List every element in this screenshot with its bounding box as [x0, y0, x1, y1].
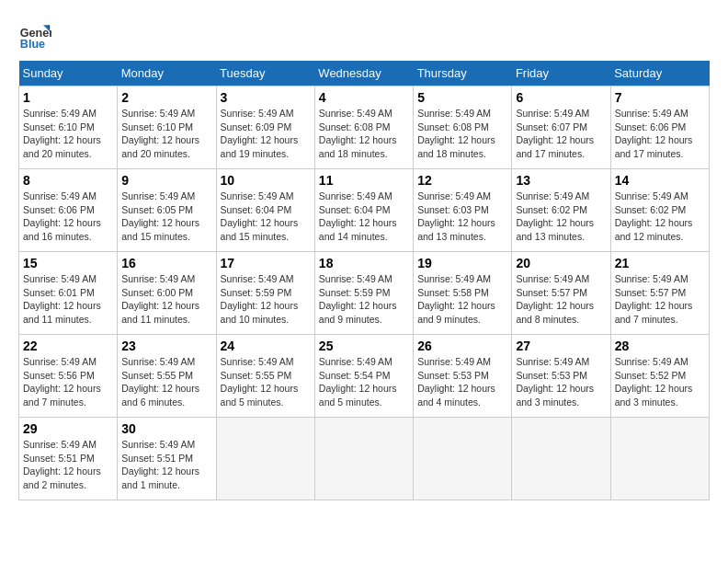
calendar-cell: 24Sunrise: 5:49 AM Sunset: 5:55 PM Dayli… — [216, 335, 314, 418]
calendar-cell: 29Sunrise: 5:49 AM Sunset: 5:51 PM Dayli… — [19, 418, 118, 500]
day-info: Sunrise: 5:49 AM Sunset: 5:59 PM Dayligh… — [319, 272, 409, 327]
day-number: 28 — [615, 339, 705, 353]
calendar-table: SundayMondayTuesdayWednesdayThursdayFrid… — [18, 61, 710, 500]
col-header-sunday: Sunday — [19, 61, 118, 86]
calendar-cell: 18Sunrise: 5:49 AM Sunset: 5:59 PM Dayli… — [314, 252, 413, 335]
day-number: 24 — [221, 339, 311, 353]
day-info: Sunrise: 5:49 AM Sunset: 6:02 PM Dayligh… — [615, 190, 705, 244]
day-number: 21 — [615, 256, 705, 270]
day-number: 7 — [615, 90, 705, 105]
calendar-cell — [414, 418, 512, 500]
calendar-cell — [610, 418, 709, 500]
calendar-week-3: 15Sunrise: 5:49 AM Sunset: 6:01 PM Dayli… — [19, 252, 710, 335]
calendar-cell: 27Sunrise: 5:49 AM Sunset: 5:53 PM Dayli… — [512, 335, 610, 418]
calendar-cell: 16Sunrise: 5:49 AM Sunset: 6:00 PM Dayli… — [118, 252, 216, 335]
day-number: 16 — [121, 256, 211, 270]
calendar-cell: 25Sunrise: 5:49 AM Sunset: 5:54 PM Dayli… — [314, 335, 413, 418]
calendar-cell: 11Sunrise: 5:49 AM Sunset: 6:04 PM Dayli… — [314, 169, 413, 252]
col-header-friday: Friday — [512, 61, 610, 86]
day-info: Sunrise: 5:49 AM Sunset: 6:04 PM Dayligh… — [319, 190, 409, 244]
day-number: 22 — [23, 339, 113, 353]
day-number: 13 — [516, 173, 606, 188]
calendar-cell: 12Sunrise: 5:49 AM Sunset: 6:03 PM Dayli… — [414, 169, 512, 252]
calendar-cell — [216, 418, 314, 500]
day-number: 8 — [23, 173, 113, 188]
day-number: 30 — [121, 421, 211, 436]
col-header-monday: Monday — [118, 61, 216, 86]
calendar-week-5: 29Sunrise: 5:49 AM Sunset: 5:51 PM Dayli… — [19, 418, 710, 500]
day-number: 25 — [319, 339, 409, 353]
day-info: Sunrise: 5:49 AM Sunset: 6:08 PM Dayligh… — [417, 107, 507, 161]
calendar-cell: 23Sunrise: 5:49 AM Sunset: 5:55 PM Dayli… — [118, 335, 216, 418]
day-number: 20 — [516, 256, 606, 270]
day-number: 10 — [221, 173, 311, 188]
day-number: 2 — [121, 90, 211, 105]
calendar-cell: 19Sunrise: 5:49 AM Sunset: 5:58 PM Dayli… — [414, 252, 512, 335]
calendar-cell: 8Sunrise: 5:49 AM Sunset: 6:06 PM Daylig… — [19, 169, 118, 252]
calendar-cell: 21Sunrise: 5:49 AM Sunset: 5:57 PM Dayli… — [610, 252, 709, 335]
day-info: Sunrise: 5:49 AM Sunset: 6:08 PM Dayligh… — [319, 107, 409, 161]
day-number: 12 — [417, 173, 507, 188]
day-number: 1 — [23, 90, 113, 105]
logo-icon: General Blue — [18, 18, 51, 52]
calendar-cell: 6Sunrise: 5:49 AM Sunset: 6:07 PM Daylig… — [512, 86, 610, 169]
day-info: Sunrise: 5:49 AM Sunset: 6:07 PM Dayligh… — [516, 107, 606, 161]
calendar-cell: 3Sunrise: 5:49 AM Sunset: 6:09 PM Daylig… — [216, 86, 314, 169]
day-info: Sunrise: 5:49 AM Sunset: 6:06 PM Dayligh… — [615, 107, 705, 161]
day-number: 26 — [417, 339, 507, 353]
calendar-cell: 5Sunrise: 5:49 AM Sunset: 6:08 PM Daylig… — [414, 86, 512, 169]
day-number: 17 — [221, 256, 311, 270]
col-header-tuesday: Tuesday — [216, 61, 314, 86]
calendar-cell: 13Sunrise: 5:49 AM Sunset: 6:02 PM Dayli… — [512, 169, 610, 252]
col-header-wednesday: Wednesday — [314, 61, 413, 86]
day-info: Sunrise: 5:49 AM Sunset: 6:10 PM Dayligh… — [23, 107, 113, 161]
calendar-cell — [314, 418, 413, 500]
calendar-cell: 7Sunrise: 5:49 AM Sunset: 6:06 PM Daylig… — [610, 86, 709, 169]
svg-text:Blue: Blue — [20, 38, 45, 51]
day-info: Sunrise: 5:49 AM Sunset: 6:00 PM Dayligh… — [121, 272, 211, 327]
day-info: Sunrise: 5:49 AM Sunset: 5:58 PM Dayligh… — [417, 272, 507, 327]
day-number: 3 — [221, 90, 311, 105]
calendar-cell: 14Sunrise: 5:49 AM Sunset: 6:02 PM Dayli… — [610, 169, 709, 252]
calendar-cell: 1Sunrise: 5:49 AM Sunset: 6:10 PM Daylig… — [19, 86, 118, 169]
day-number: 14 — [615, 173, 705, 188]
calendar-cell: 22Sunrise: 5:49 AM Sunset: 5:56 PM Dayli… — [19, 335, 118, 418]
col-header-thursday: Thursday — [414, 61, 512, 86]
day-info: Sunrise: 5:49 AM Sunset: 5:54 PM Dayligh… — [319, 355, 409, 409]
calendar-cell: 2Sunrise: 5:49 AM Sunset: 6:10 PM Daylig… — [118, 86, 216, 169]
day-info: Sunrise: 5:49 AM Sunset: 5:56 PM Dayligh… — [23, 355, 113, 409]
day-info: Sunrise: 5:49 AM Sunset: 6:03 PM Dayligh… — [417, 190, 507, 244]
day-info: Sunrise: 5:49 AM Sunset: 5:51 PM Dayligh… — [121, 438, 211, 492]
logo: General Blue — [18, 18, 55, 52]
day-number: 18 — [319, 256, 409, 270]
calendar-week-1: 1Sunrise: 5:49 AM Sunset: 6:10 PM Daylig… — [19, 86, 710, 169]
day-number: 5 — [417, 90, 507, 105]
day-info: Sunrise: 5:49 AM Sunset: 5:53 PM Dayligh… — [417, 355, 507, 409]
day-info: Sunrise: 5:49 AM Sunset: 5:55 PM Dayligh… — [221, 355, 311, 409]
calendar-cell: 17Sunrise: 5:49 AM Sunset: 5:59 PM Dayli… — [216, 252, 314, 335]
calendar-cell: 20Sunrise: 5:49 AM Sunset: 5:57 PM Dayli… — [512, 252, 610, 335]
day-number: 4 — [319, 90, 409, 105]
col-header-saturday: Saturday — [610, 61, 709, 86]
day-number: 27 — [516, 339, 606, 353]
calendar-cell: 28Sunrise: 5:49 AM Sunset: 5:52 PM Dayli… — [610, 335, 709, 418]
calendar-cell: 26Sunrise: 5:49 AM Sunset: 5:53 PM Dayli… — [414, 335, 512, 418]
day-info: Sunrise: 5:49 AM Sunset: 6:04 PM Dayligh… — [221, 190, 311, 244]
calendar-cell: 4Sunrise: 5:49 AM Sunset: 6:08 PM Daylig… — [314, 86, 413, 169]
page-header: General Blue — [18, 18, 710, 52]
day-info: Sunrise: 5:49 AM Sunset: 6:01 PM Dayligh… — [23, 272, 113, 327]
day-info: Sunrise: 5:49 AM Sunset: 5:57 PM Dayligh… — [516, 272, 606, 327]
calendar-cell: 15Sunrise: 5:49 AM Sunset: 6:01 PM Dayli… — [19, 252, 118, 335]
day-number: 15 — [23, 256, 113, 270]
day-number: 23 — [121, 339, 211, 353]
day-info: Sunrise: 5:49 AM Sunset: 6:06 PM Dayligh… — [23, 190, 113, 244]
calendar-cell: 10Sunrise: 5:49 AM Sunset: 6:04 PM Dayli… — [216, 169, 314, 252]
day-info: Sunrise: 5:49 AM Sunset: 6:09 PM Dayligh… — [221, 107, 311, 161]
day-number: 9 — [121, 173, 211, 188]
day-info: Sunrise: 5:49 AM Sunset: 6:10 PM Dayligh… — [121, 107, 211, 161]
calendar-cell: 9Sunrise: 5:49 AM Sunset: 6:05 PM Daylig… — [118, 169, 216, 252]
calendar-cell — [512, 418, 610, 500]
day-number: 29 — [23, 421, 113, 436]
day-info: Sunrise: 5:49 AM Sunset: 6:05 PM Dayligh… — [121, 190, 211, 244]
day-info: Sunrise: 5:49 AM Sunset: 5:55 PM Dayligh… — [121, 355, 211, 409]
